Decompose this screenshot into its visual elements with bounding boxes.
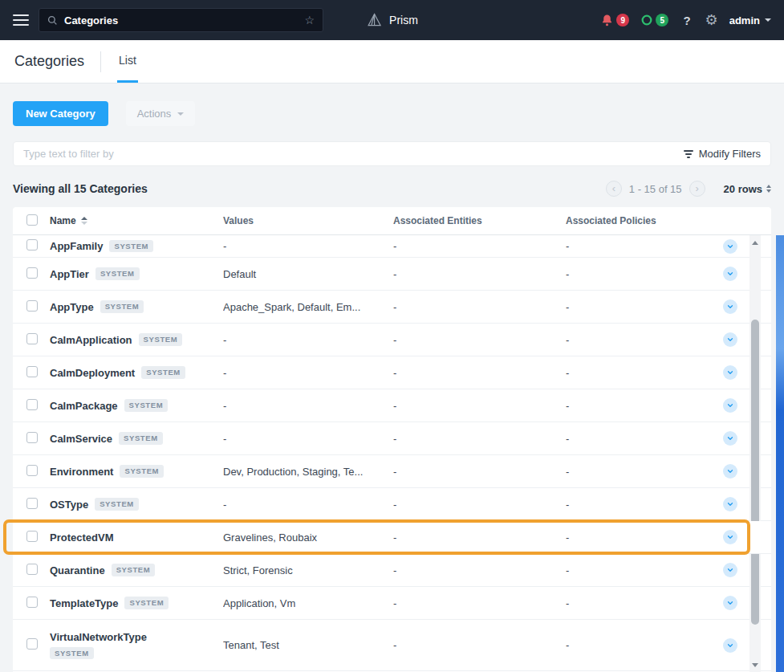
row-name[interactable]: Environment xyxy=(50,466,113,478)
row-expand-button[interactable] xyxy=(723,332,737,347)
table-row[interactable]: AppTier SYSTEM Default - - xyxy=(13,258,771,291)
table-row[interactable]: AppType SYSTEM Apache_Spark, Default, Em… xyxy=(13,291,771,324)
tasks-button[interactable]: 5 xyxy=(640,14,668,26)
help-button[interactable]: ? xyxy=(680,14,693,27)
page-header: Categories List xyxy=(0,40,784,83)
prism-logo-icon xyxy=(366,12,382,28)
table-row[interactable]: CalmService SYSTEM - - - xyxy=(13,422,771,455)
global-search[interactable]: Categories ☆ xyxy=(39,8,323,32)
row-policies: - xyxy=(566,597,718,609)
table-row[interactable]: ProtectedVM Gravelines, Roubaix - - xyxy=(13,521,771,554)
row-name[interactable]: CalmApplication xyxy=(50,334,132,346)
scroll-up-arrow[interactable] xyxy=(749,237,761,248)
column-name[interactable]: Name xyxy=(50,215,223,226)
table-row[interactable]: OSType SYSTEM - - - xyxy=(13,488,771,521)
table-row[interactable]: Quarantine SYSTEM Strict, Forensic - - xyxy=(13,554,771,587)
row-name[interactable]: AppTier xyxy=(50,268,89,280)
star-icon[interactable]: ☆ xyxy=(304,14,315,26)
row-expand-button[interactable] xyxy=(723,398,737,413)
row-entities: - xyxy=(393,597,566,609)
new-category-button[interactable]: New Category xyxy=(13,101,108,126)
modify-filters-button[interactable]: Modify Filters xyxy=(684,148,761,160)
row-values: - xyxy=(223,240,393,252)
row-checkbox[interactable] xyxy=(26,399,38,410)
row-checkbox[interactable] xyxy=(26,465,38,476)
row-name[interactable]: AppType xyxy=(50,301,94,313)
row-name[interactable]: CalmDeployment xyxy=(50,367,135,379)
row-checkbox[interactable] xyxy=(26,333,38,344)
column-associated-entities[interactable]: Associated Entities xyxy=(393,215,566,226)
column-values[interactable]: Values xyxy=(223,215,393,226)
row-expand-button[interactable] xyxy=(723,638,737,653)
row-expand-button[interactable] xyxy=(723,530,737,544)
search-value[interactable]: Categories xyxy=(64,14,298,26)
row-expand-button[interactable] xyxy=(723,497,737,511)
row-checkbox[interactable] xyxy=(26,564,38,575)
row-expand-button[interactable] xyxy=(723,431,737,446)
row-expand-button[interactable] xyxy=(723,299,737,314)
table-row[interactable]: CalmApplication SYSTEM - - - xyxy=(13,324,771,356)
row-entities: - xyxy=(393,466,566,478)
updown-icon xyxy=(766,185,771,193)
row-expand-button[interactable] xyxy=(723,596,737,610)
alerts-badge: 9 xyxy=(616,14,629,26)
table-row[interactable]: Environment SYSTEM Dev, Production, Stag… xyxy=(13,455,771,488)
filter-icon xyxy=(684,150,693,158)
row-name[interactable]: ProtectedVM xyxy=(50,531,113,544)
table-row[interactable]: TemplateType SYSTEM Application, Vm - - xyxy=(13,587,771,620)
row-entities: - xyxy=(393,499,566,511)
row-checkbox[interactable] xyxy=(26,432,38,443)
rows-per-page-select[interactable]: 20 rows xyxy=(724,183,771,195)
chevron-down-icon xyxy=(765,18,771,22)
table-row[interactable]: CalmDeployment SYSTEM - - - xyxy=(13,356,771,389)
row-checkbox[interactable] xyxy=(26,267,38,279)
row-policies: - xyxy=(566,268,718,280)
row-expand-button[interactable] xyxy=(723,239,737,254)
row-entities: - xyxy=(393,564,566,576)
select-all-checkbox[interactable] xyxy=(26,214,38,226)
alerts-button[interactable]: 9 xyxy=(600,14,629,27)
next-page-button[interactable]: › xyxy=(689,181,705,197)
system-badge: SYSTEM xyxy=(95,498,139,511)
row-expand-button[interactable] xyxy=(723,365,737,380)
row-expand-button[interactable] xyxy=(723,267,737,281)
row-checkbox[interactable] xyxy=(26,597,38,608)
scrollbar-thumb[interactable] xyxy=(751,320,759,625)
table-scrollbar[interactable] xyxy=(749,235,761,672)
table-row[interactable]: VirtualNetworkType SYSTEM Tenant, Test -… xyxy=(13,620,771,671)
prev-page-button[interactable]: ‹ xyxy=(606,181,622,197)
row-checkbox[interactable] xyxy=(26,239,38,250)
row-policies: - xyxy=(566,433,718,445)
bell-icon xyxy=(600,14,614,27)
row-values: Strict, Forensic xyxy=(223,564,393,576)
tasks-ring-icon xyxy=(640,14,653,26)
row-checkbox[interactable] xyxy=(26,366,38,377)
settings-gear-icon[interactable]: ⚙ xyxy=(705,11,718,29)
user-menu[interactable]: admin xyxy=(729,14,771,26)
menu-icon[interactable] xyxy=(13,14,29,26)
row-policies: - xyxy=(566,639,718,651)
row-name[interactable]: AppFamily xyxy=(50,240,103,252)
scroll-down-arrow[interactable] xyxy=(749,659,761,670)
row-expand-button[interactable] xyxy=(723,464,737,479)
search-icon xyxy=(47,15,58,26)
filter-input[interactable] xyxy=(23,148,684,160)
row-checkbox[interactable] xyxy=(26,300,38,312)
actions-button[interactable]: Actions xyxy=(126,101,196,126)
row-checkbox[interactable] xyxy=(26,638,38,650)
system-badge: SYSTEM xyxy=(119,432,163,445)
row-name[interactable]: VirtualNetworkType xyxy=(50,631,147,643)
row-name[interactable]: CalmService xyxy=(50,433,112,445)
row-checkbox[interactable] xyxy=(26,498,38,509)
row-expand-button[interactable] xyxy=(723,563,737,577)
row-name[interactable]: OSType xyxy=(50,499,88,511)
toolbar: New Category Actions xyxy=(13,101,771,126)
tab-list[interactable]: List xyxy=(117,40,138,83)
row-checkbox[interactable] xyxy=(26,531,38,542)
table-row[interactable]: CalmPackage SYSTEM - - - xyxy=(13,389,771,422)
row-name[interactable]: CalmPackage xyxy=(50,400,118,412)
column-associated-policies[interactable]: Associated Policies xyxy=(566,215,718,226)
row-name[interactable]: Quarantine xyxy=(50,564,105,576)
table-row[interactable]: AppFamily SYSTEM - - - xyxy=(13,235,771,258)
row-name[interactable]: TemplateType xyxy=(50,597,118,609)
